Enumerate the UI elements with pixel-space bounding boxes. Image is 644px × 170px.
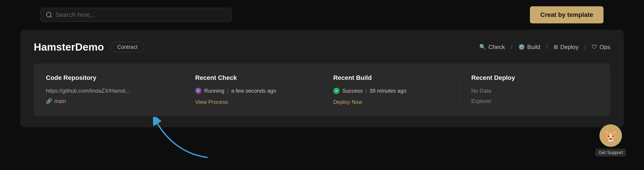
- separator-1: /: [511, 44, 512, 50]
- ops-icon: 🛡: [592, 44, 597, 50]
- support-label: Get Support: [596, 149, 626, 156]
- recent-deploy-title: Recent Deploy: [472, 74, 589, 82]
- nav-item-build[interactable]: ⚙️ Build: [518, 44, 540, 50]
- separator-2: /: [546, 44, 548, 50]
- explorer-link: Explorer: [472, 98, 589, 104]
- check-status-row: Running | a few seconds ago: [195, 88, 311, 94]
- success-icon: [333, 88, 340, 94]
- nav-label-ops: Ops: [600, 44, 610, 50]
- recent-build-title: Recent Build: [333, 74, 449, 82]
- check-icon: 🔍: [479, 44, 486, 50]
- code-repository-section: Code Repository https://github.com/linda…: [46, 74, 184, 105]
- info-card: Code Repository https://github.com/linda…: [34, 64, 610, 116]
- recent-check-title: Recent Check: [195, 74, 311, 82]
- create-template-button[interactable]: Creat by template: [530, 6, 604, 24]
- nav-label-deploy: Deploy: [560, 44, 578, 50]
- recent-check-section: Recent Check Running | a few seconds ago…: [184, 74, 322, 105]
- svg-line-1: [50, 16, 52, 17]
- build-time: 39 minutes ago: [370, 88, 406, 94]
- search-input[interactable]: [56, 11, 226, 18]
- deploy-now-link[interactable]: Deploy Now: [333, 99, 362, 105]
- project-title: HamsterDemo: [34, 41, 104, 53]
- pipeline-nav: 🔍 Check / ⚙️ Build / ⊞ Deploy / 🛡 Ops: [479, 44, 610, 50]
- running-icon: [195, 88, 202, 94]
- build-icon: ⚙️: [518, 44, 525, 50]
- support-button[interactable]: 🐹 Get Support: [596, 124, 626, 156]
- build-status-row: Success | 39 minutes ago: [333, 88, 449, 94]
- nav-label-build: Build: [527, 44, 540, 50]
- check-time: a few seconds ago: [231, 88, 276, 94]
- check-pipe: |: [227, 88, 228, 94]
- contract-badge-button[interactable]: Contract: [111, 42, 144, 52]
- search-icon: [46, 12, 52, 18]
- repo-branch: 🔗 main: [46, 98, 172, 104]
- search-container: [40, 8, 232, 22]
- recent-deploy-section: Recent Deploy No Data Explorer: [460, 74, 598, 105]
- hamster-icon: 🐹: [600, 124, 622, 147]
- nav-item-deploy[interactable]: ⊞ Deploy: [554, 44, 578, 50]
- nav-item-check[interactable]: 🔍 Check: [479, 44, 505, 50]
- check-status-text: Running: [204, 88, 224, 94]
- nav-label-check: Check: [488, 44, 505, 50]
- project-header: HamsterDemo Contract 🔍 Check / ⚙️ Build …: [34, 41, 610, 53]
- view-process-link[interactable]: View Process: [195, 99, 228, 105]
- separator-3: /: [584, 44, 586, 50]
- no-data-text: No Data: [472, 88, 589, 94]
- main-content: HamsterDemo Contract 🔍 Check / ⚙️ Build …: [20, 30, 624, 127]
- project-title-area: HamsterDemo Contract: [34, 41, 144, 53]
- build-status-text: Success: [342, 88, 363, 94]
- recent-build-section: Recent Build Success | 39 minutes ago De…: [322, 74, 460, 105]
- branch-name: main: [54, 98, 66, 104]
- link-icon: 🔗: [46, 98, 52, 104]
- code-repository-title: Code Repository: [46, 74, 172, 82]
- nav-item-ops[interactable]: 🛡 Ops: [592, 44, 610, 50]
- repo-url: https://github.com/lindaZX/Hamst...: [46, 88, 172, 94]
- top-bar: Creat by template: [0, 0, 644, 30]
- build-pipe: |: [366, 88, 367, 94]
- deploy-icon: ⊞: [554, 44, 558, 50]
